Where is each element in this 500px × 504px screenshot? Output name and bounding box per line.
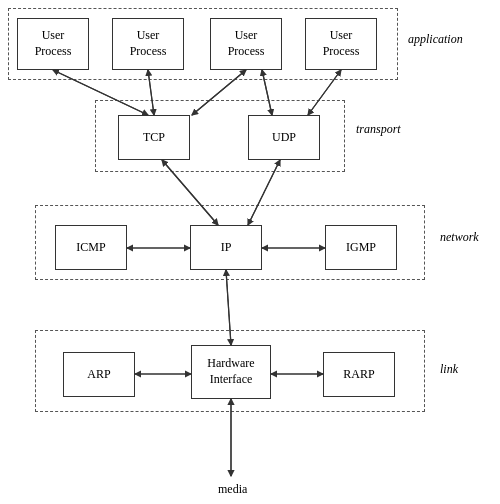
ip-box: IP bbox=[190, 225, 262, 270]
user-process-2: UserProcess bbox=[112, 18, 184, 70]
media-label: media bbox=[218, 482, 247, 497]
link-label: link bbox=[440, 362, 458, 377]
tcp-box: TCP bbox=[118, 115, 190, 160]
transport-label: transport bbox=[356, 122, 401, 137]
hardware-interface-box: HardwareInterface bbox=[191, 345, 271, 399]
user-process-3: UserProcess bbox=[210, 18, 282, 70]
network-label: network bbox=[440, 230, 479, 245]
arp-box: ARP bbox=[63, 352, 135, 397]
rarp-box: RARP bbox=[323, 352, 395, 397]
icmp-box: ICMP bbox=[55, 225, 127, 270]
igmp-box: IGMP bbox=[325, 225, 397, 270]
udp-box: UDP bbox=[248, 115, 320, 160]
user-process-4: UserProcess bbox=[305, 18, 377, 70]
application-label: application bbox=[408, 32, 463, 47]
network-diagram: application transport network link UserP… bbox=[0, 0, 500, 504]
user-process-1: UserProcess bbox=[17, 18, 89, 70]
